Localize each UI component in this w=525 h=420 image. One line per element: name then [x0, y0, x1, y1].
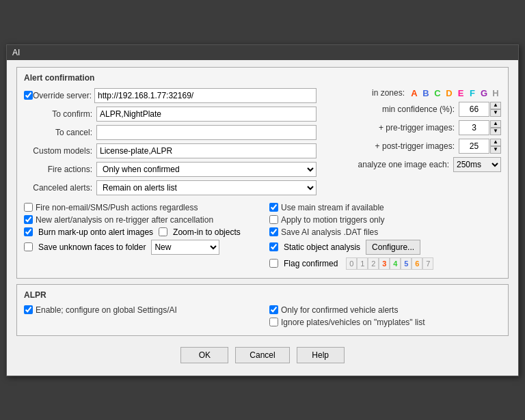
min-confidence-input[interactable]	[459, 102, 489, 117]
fire-actions-select[interactable]: Only when confirmed Always Never	[96, 162, 317, 177]
alpr-enable-checkbox[interactable]	[24, 305, 33, 314]
min-confidence-spinner-group: ▲ ▼	[459, 102, 501, 117]
new-alert-row: New alert/analysis on re-trigger after c…	[24, 215, 256, 225]
to-confirm-label: To confirm:	[24, 109, 92, 119]
custom-models-row: Custom models:	[24, 143, 317, 158]
only-confirmed-checkbox[interactable]	[269, 305, 278, 314]
min-confidence-row: min confidence (%): ▲ ▼	[323, 102, 501, 117]
zone-h: H	[490, 88, 501, 98]
static-object-checkbox[interactable]	[269, 242, 278, 251]
save-ai-dat-checkbox[interactable]	[269, 227, 278, 236]
burn-markup-checkbox[interactable]	[24, 227, 33, 236]
help-button[interactable]: Help	[297, 347, 345, 363]
pre-trigger-spinner: ▲ ▼	[490, 120, 501, 135]
save-unknown-row: Save unknown faces to folder New	[24, 240, 256, 255]
to-cancel-row: To cancel:	[24, 125, 317, 140]
only-confirmed-row: Only for confirmed vehicle alerts	[269, 305, 501, 315]
flag-num-5: 5	[401, 257, 412, 270]
flag-num-3: 3	[379, 257, 390, 270]
to-cancel-input[interactable]	[96, 125, 317, 140]
canceled-alerts-select[interactable]: Remain on alerts list Remove from list A…	[96, 180, 317, 195]
ignore-plates-checkbox[interactable]	[269, 318, 278, 326]
flag-confirmed-row: Flag confirmed 0 1 2 3 4 5 6 7	[269, 257, 501, 270]
post-trigger-input[interactable]	[459, 139, 489, 154]
main-content: Override server: To confirm: To cancel:	[24, 88, 501, 199]
zone-f: F	[467, 88, 478, 98]
fire-actions-row: Fire actions: Only when confirmed Always…	[24, 162, 317, 177]
analyze-each-row: analyze one image each: 250ms 500ms 1000…	[323, 157, 501, 172]
canceled-alerts-label: Canceled alerts:	[24, 183, 92, 193]
custom-models-input[interactable]	[96, 143, 317, 158]
alpr-title: ALPR	[24, 290, 501, 300]
post-trigger-spinner: ▲ ▼	[490, 139, 501, 154]
alpr-left: Enable; configure on global Settings/AI	[24, 305, 256, 330]
save-unknown-checkbox[interactable]	[24, 242, 33, 251]
apply-motion-row: Apply to motion triggers only	[269, 215, 501, 225]
pre-trigger-up[interactable]: ▲	[490, 120, 501, 128]
ignore-plates-label: Ignore plates/vehicles on "myplates" lis…	[281, 318, 425, 327]
flag-num-0: 0	[346, 257, 357, 270]
use-main-stream-checkbox[interactable]	[269, 203, 278, 212]
alpr-section: ALPR Enable; configure on global Setting…	[16, 284, 509, 336]
zoom-in-label: Zoom-in to objects	[173, 227, 241, 237]
flag-confirmed-checkbox[interactable]	[269, 259, 278, 268]
configure-button[interactable]: Configure...	[366, 240, 420, 255]
to-confirm-row: To confirm:	[24, 107, 317, 122]
title-bar: AI	[7, 45, 518, 60]
post-trigger-up[interactable]: ▲	[490, 139, 501, 146]
min-confidence-up[interactable]: ▲	[490, 102, 501, 109]
footer: OK Cancel Help	[16, 341, 509, 369]
override-server-checkbox[interactable]	[24, 91, 33, 100]
bottom-checkboxes: Fire non-email/SMS/Push actions regardle…	[24, 203, 501, 272]
canceled-alerts-row: Canceled alerts: Remain on alerts list R…	[24, 180, 317, 195]
dialog: AI Alert confirmation Override server: T…	[6, 44, 519, 376]
use-main-stream-row: Use main stream if available	[269, 203, 501, 212]
post-trigger-down[interactable]: ▼	[490, 146, 501, 154]
min-confidence-down[interactable]: ▼	[490, 109, 501, 117]
folder-select[interactable]: New	[151, 240, 219, 255]
save-ai-dat-row: Save AI analysis .DAT files	[269, 227, 501, 237]
zones-label: in zones:	[323, 88, 405, 98]
static-object-row: Static object analysis Configure...	[269, 240, 501, 255]
flag-num-4: 4	[390, 257, 401, 270]
only-confirmed-label: Only for confirmed vehicle alerts	[281, 305, 398, 315]
new-alert-checkbox[interactable]	[24, 215, 33, 224]
alpr-content: Enable; configure on global Settings/AI …	[24, 305, 501, 330]
analyze-each-label: analyze one image each:	[323, 160, 449, 169]
pre-trigger-row: + pre-trigger images: ▲ ▼	[323, 120, 501, 135]
pre-trigger-label: + pre-trigger images:	[323, 123, 455, 132]
override-server-label: Override server:	[33, 91, 92, 100]
right-checks: Use main stream if available Apply to mo…	[269, 203, 501, 272]
zone-a: A	[409, 88, 420, 98]
fire-non-email-label: Fire non-email/SMS/Push actions regardle…	[36, 203, 198, 212]
flag-num-6: 6	[412, 257, 422, 270]
alpr-enable-row: Enable; configure on global Settings/AI	[24, 305, 256, 315]
ok-button[interactable]: OK	[180, 347, 228, 363]
save-ai-dat-label: Save AI analysis .DAT files	[281, 227, 378, 237]
fire-non-email-checkbox[interactable]	[24, 203, 33, 212]
use-main-stream-label: Use main stream if available	[281, 203, 384, 212]
min-confidence-spinner: ▲ ▼	[490, 102, 501, 117]
left-panel: Override server: To confirm: To cancel:	[24, 88, 317, 199]
post-trigger-spinner-group: ▲ ▼	[459, 139, 501, 154]
to-confirm-input[interactable]	[96, 107, 317, 122]
pre-trigger-down[interactable]: ▼	[490, 128, 501, 135]
override-server-input[interactable]	[94, 88, 317, 103]
left-checks: Fire non-email/SMS/Push actions regardle…	[24, 203, 256, 272]
burn-markup-label: Burn mark-up onto alert images	[38, 227, 153, 237]
cancel-button[interactable]: Cancel	[235, 347, 289, 363]
zoom-in-checkbox[interactable]	[159, 227, 167, 236]
flag-confirmed-label: Flag confirmed	[284, 259, 338, 268]
zone-d: D	[444, 88, 455, 98]
alert-confirmation-section: Alert confirmation Override server: To c…	[16, 67, 509, 279]
zone-c: C	[432, 88, 443, 98]
zone-e: E	[455, 88, 466, 98]
right-panel: in zones: A B C D E F G H	[323, 88, 501, 199]
apply-motion-checkbox[interactable]	[269, 215, 278, 224]
flag-numbers: 0 1 2 3 4 5 6 7	[346, 257, 433, 270]
override-server-row: Override server:	[24, 88, 317, 103]
to-cancel-label: To cancel:	[24, 128, 92, 137]
custom-models-label: Custom models:	[24, 146, 92, 156]
pre-trigger-input[interactable]	[459, 120, 489, 135]
analyze-each-select[interactable]: 250ms 500ms 1000ms	[453, 157, 501, 172]
